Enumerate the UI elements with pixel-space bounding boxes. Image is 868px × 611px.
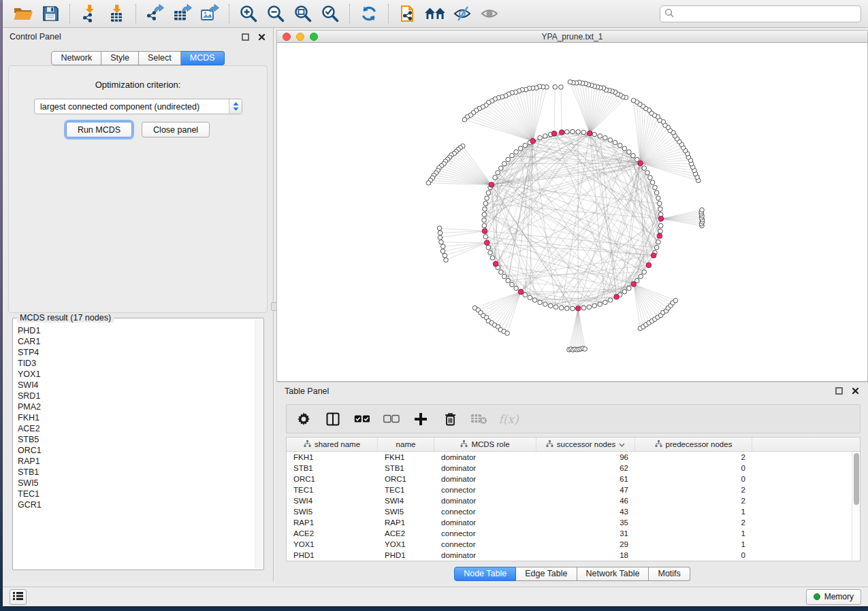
column-header-shared-name[interactable]: shared name xyxy=(287,437,378,451)
network-node[interactable] xyxy=(656,196,661,201)
table-cell[interactable]: 62 xyxy=(536,463,635,474)
network-node[interactable] xyxy=(506,157,511,162)
table-row[interactable]: TEC1TEC1connector472 xyxy=(287,484,852,495)
network-node[interactable] xyxy=(518,146,523,151)
mcds-result-item[interactable]: GCR1 xyxy=(18,499,254,510)
network-node[interactable] xyxy=(654,245,659,250)
float-table-panel-icon[interactable] xyxy=(834,386,843,396)
network-node[interactable] xyxy=(439,240,444,245)
zoom-fit-icon[interactable] xyxy=(291,3,315,24)
tab-select[interactable]: Select xyxy=(139,51,181,65)
network-node[interactable] xyxy=(485,196,489,201)
network-node[interactable] xyxy=(581,130,586,135)
table-cell[interactable]: 0 xyxy=(635,550,752,561)
network-node[interactable] xyxy=(622,146,627,151)
mcds-node[interactable] xyxy=(638,161,643,166)
table-cell[interactable]: 31 xyxy=(536,528,635,539)
mcds-result-item[interactable]: CAR1 xyxy=(18,336,254,347)
mcds-result-item[interactable]: FKH1 xyxy=(18,412,254,423)
mcds-node[interactable] xyxy=(493,261,498,267)
mcds-node[interactable] xyxy=(518,289,524,295)
table-cell[interactable]: SWI4 xyxy=(378,495,434,506)
table-scrollbar[interactable] xyxy=(852,452,860,560)
column-header-predecessor-nodes[interactable]: predecessor nodes xyxy=(635,437,752,451)
network-node[interactable] xyxy=(538,135,543,140)
table-cell[interactable]: PHD1 xyxy=(378,550,434,561)
add-row-icon[interactable] xyxy=(412,410,430,428)
table-row[interactable]: PHD1PHD1dominator180 xyxy=(287,550,852,561)
table-cell[interactable]: STB1 xyxy=(287,463,378,474)
network-node[interactable] xyxy=(583,347,588,352)
network-node[interactable] xyxy=(486,191,491,195)
zoom-in-icon[interactable] xyxy=(237,3,260,24)
network-node[interactable] xyxy=(673,298,678,303)
tab-network-table[interactable]: Network Table xyxy=(577,567,649,581)
network-node[interactable] xyxy=(441,244,446,249)
table-row[interactable]: SWI5SWI5connector431 xyxy=(287,506,852,517)
network-node[interactable] xyxy=(483,235,488,240)
network-node[interactable] xyxy=(499,270,504,275)
network-node[interactable] xyxy=(482,212,487,217)
network-node[interactable] xyxy=(581,306,586,310)
network-node[interactable] xyxy=(548,303,553,308)
network-node[interactable] xyxy=(543,134,548,139)
table-cell[interactable]: TEC1 xyxy=(378,484,434,495)
network-node[interactable] xyxy=(493,176,498,180)
network-node[interactable] xyxy=(608,298,613,303)
network-node[interactable] xyxy=(559,85,564,90)
network-node[interactable] xyxy=(510,153,515,158)
network-node[interactable] xyxy=(426,181,431,186)
network-node[interactable] xyxy=(443,253,447,258)
close-panel-icon[interactable] xyxy=(257,32,266,42)
mcds-node[interactable] xyxy=(657,233,662,239)
mcds-result-item[interactable]: RAP1 xyxy=(18,456,254,467)
table-row[interactable]: STB1STB1dominator620 xyxy=(287,463,852,474)
mcds-result-item[interactable]: SWI4 xyxy=(18,380,254,391)
table-cell[interactable]: RAP1 xyxy=(287,517,378,528)
settings-icon[interactable] xyxy=(295,410,312,428)
optimization-criterion-select[interactable]: largest connected component (undirected) xyxy=(34,99,242,114)
table-cell[interactable]: ACE2 xyxy=(287,528,378,539)
export-table-icon[interactable] xyxy=(171,3,194,24)
network-node[interactable] xyxy=(444,258,449,263)
network-node[interactable] xyxy=(505,331,510,335)
network-node[interactable] xyxy=(658,207,663,212)
table-row[interactable]: SWI4SWI4dominator462 xyxy=(287,495,852,506)
mcds-node[interactable] xyxy=(489,182,494,188)
network-node[interactable] xyxy=(658,229,663,234)
memory-button[interactable]: Memory xyxy=(806,589,861,605)
table-row[interactable]: ORC1ORC1dominator610 xyxy=(287,474,852,484)
column-header-MCDS-role[interactable]: MCDS role xyxy=(434,437,536,451)
open-icon[interactable] xyxy=(12,3,35,24)
table-cell[interactable]: 43 xyxy=(536,506,635,517)
table-cell[interactable]: 1 xyxy=(635,539,752,550)
network-node[interactable] xyxy=(462,117,467,122)
mcds-result-item[interactable]: STP4 xyxy=(18,347,254,358)
network-node[interactable] xyxy=(483,207,487,212)
delete-row-icon[interactable] xyxy=(441,410,459,428)
network-node[interactable] xyxy=(592,303,597,308)
network-node[interactable] xyxy=(622,289,627,294)
task-history-button[interactable] xyxy=(10,589,27,605)
window-minimize-icon[interactable] xyxy=(296,33,304,41)
table-cell[interactable]: 2 xyxy=(635,452,752,463)
table-cell[interactable]: 2 xyxy=(635,517,752,528)
network-node[interactable] xyxy=(570,129,575,134)
network-node[interactable] xyxy=(642,270,647,275)
network-node[interactable] xyxy=(482,223,487,228)
table-cell[interactable]: ORC1 xyxy=(287,474,378,484)
network-node[interactable] xyxy=(543,302,548,307)
import-table-icon[interactable] xyxy=(105,3,128,24)
deselect-all-icon[interactable] xyxy=(383,410,400,428)
network-node[interactable] xyxy=(523,293,528,297)
network-node[interactable] xyxy=(700,208,705,212)
table-cell[interactable]: dominator xyxy=(434,495,536,506)
table-cell[interactable]: STB1 xyxy=(378,463,434,474)
network-node[interactable] xyxy=(538,300,543,305)
network-node[interactable] xyxy=(631,153,636,158)
network-node[interactable] xyxy=(532,298,537,303)
table-cell[interactable]: SWI5 xyxy=(378,506,434,517)
table-cell[interactable]: 47 xyxy=(536,484,635,495)
network-node[interactable] xyxy=(565,130,570,135)
search-box[interactable] xyxy=(660,5,861,22)
